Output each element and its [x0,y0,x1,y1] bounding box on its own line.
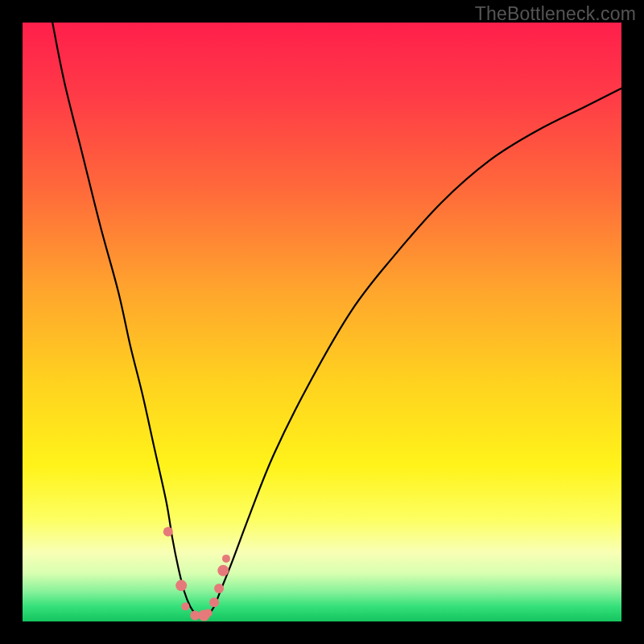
data-point [217,565,229,576]
outer-frame: TheBottleneck.com [0,0,644,644]
watermark-text: TheBottleneck.com [475,3,636,25]
curve-svg [23,23,621,621]
data-point [214,584,224,593]
data-point [209,597,219,607]
data-point [222,555,230,563]
bottleneck-curve [52,23,621,617]
plot-area [23,23,621,621]
data-point [181,602,189,610]
data-point [204,609,213,617]
data-point [175,580,187,591]
data-point [163,526,173,536]
